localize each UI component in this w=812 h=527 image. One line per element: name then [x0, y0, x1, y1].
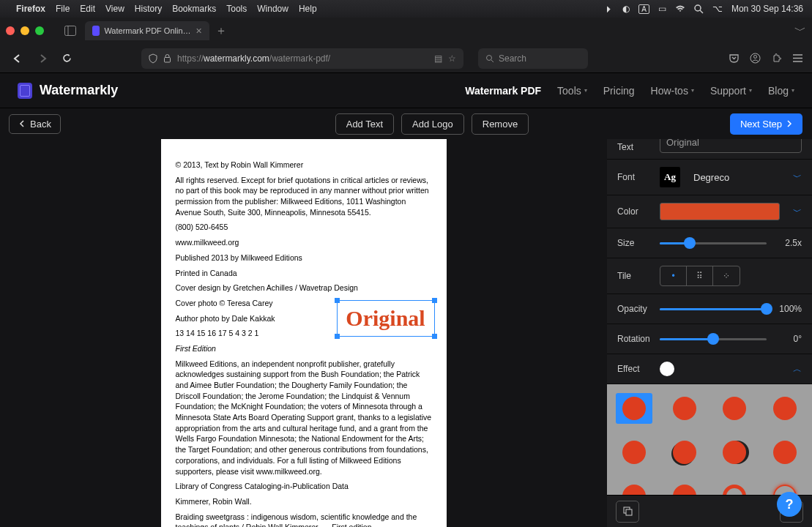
- svg-rect-4: [165, 58, 171, 63]
- chevron-down-icon: ▾: [584, 87, 587, 94]
- mac-app-name[interactable]: Firefox: [16, 4, 45, 14]
- nav-pricing[interactable]: Pricing: [603, 85, 635, 97]
- nav-back-button[interactable]: [9, 51, 26, 67]
- doc-line: Kimmerer, Robin Wall.: [176, 496, 432, 507]
- menu-edit[interactable]: Edit: [80, 4, 95, 14]
- effect-option[interactable]: [616, 437, 652, 468]
- reader-icon[interactable]: ▤: [434, 53, 442, 64]
- battery-icon[interactable]: ▭: [658, 4, 666, 14]
- size-slider[interactable]: [660, 236, 767, 250]
- tile-diagonal[interactable]: ⁘: [713, 266, 740, 285]
- screenshare-icon[interactable]: ⏵: [605, 4, 614, 14]
- shield-icon[interactable]: [149, 53, 157, 64]
- opacity-slider[interactable]: [660, 302, 767, 316]
- effect-option[interactable]: [616, 393, 652, 424]
- window-controls: [6, 26, 44, 35]
- menu-tools[interactable]: Tools: [226, 4, 247, 14]
- chevron-up-icon[interactable]: ︿: [793, 363, 802, 375]
- nav-tools[interactable]: Tools▾: [557, 85, 587, 97]
- effect-option[interactable]: [716, 393, 753, 424]
- doc-line: Printed in Canada: [176, 268, 432, 279]
- account-icon[interactable]: [750, 53, 761, 64]
- tab-title: Watermark PDF Online| Free PD: [104, 26, 191, 35]
- menu-window[interactable]: Window: [257, 4, 288, 14]
- duplicate-button[interactable]: [616, 501, 639, 523]
- canvas[interactable]: © 2013, Text by Robin Wall Kimmerer All …: [0, 139, 607, 527]
- new-tab-button[interactable]: ＋: [215, 23, 227, 39]
- back-button[interactable]: Back: [9, 114, 61, 134]
- text-input[interactable]: [660, 139, 802, 153]
- menu-help[interactable]: Help: [299, 4, 317, 14]
- tile-label: Tile: [617, 271, 652, 281]
- close-window-button[interactable]: [6, 26, 15, 35]
- tile-single[interactable]: •: [660, 266, 687, 285]
- effect-option[interactable]: [767, 437, 803, 468]
- sidebar-toggle-icon[interactable]: [64, 26, 76, 36]
- resize-handle[interactable]: [335, 298, 340, 303]
- effect-row[interactable]: Effect ︿: [607, 354, 812, 384]
- browser-tab[interactable]: Watermark PDF Online| Free PD ✕: [85, 21, 209, 40]
- maximize-window-button[interactable]: [35, 26, 44, 35]
- close-tab-icon[interactable]: ✕: [195, 26, 202, 36]
- next-step-button[interactable]: Next Step: [730, 113, 802, 135]
- remove-button[interactable]: Remove: [472, 113, 529, 135]
- address-bar[interactable]: https://watermarkly.com/watermark-pdf/ ▤…: [141, 48, 463, 69]
- add-logo-button[interactable]: Add Logo: [401, 113, 464, 135]
- tile-grid[interactable]: ⠿: [687, 266, 713, 285]
- help-button[interactable]: ?: [777, 492, 802, 517]
- resize-handle[interactable]: [432, 298, 437, 303]
- effect-option[interactable]: [666, 437, 703, 468]
- reload-button[interactable]: [59, 50, 75, 67]
- browser-search[interactable]: Search: [478, 48, 588, 69]
- font-label: Font: [617, 172, 652, 182]
- spotlight-icon[interactable]: [694, 4, 704, 14]
- chevron-down-icon[interactable]: ﹀: [793, 206, 802, 218]
- nav-howtos[interactable]: How-tos▾: [651, 85, 694, 97]
- editor-bar: Back Add Text Add Logo Remove Next Step: [0, 108, 812, 139]
- app-logo-icon[interactable]: [18, 83, 32, 99]
- clock[interactable]: Mon 30 Sep 14:36: [731, 4, 803, 14]
- menu-file[interactable]: File: [56, 4, 70, 14]
- control-center-icon[interactable]: ⌥: [712, 4, 723, 14]
- bookmark-star-icon[interactable]: ☆: [448, 53, 456, 64]
- menu-view[interactable]: View: [105, 4, 124, 14]
- chevron-down-icon: ▾: [749, 87, 752, 94]
- lock-icon[interactable]: [163, 53, 171, 63]
- color-row[interactable]: Color ﹀: [607, 195, 812, 228]
- extensions-icon[interactable]: [771, 53, 782, 64]
- color-swatch[interactable]: [660, 203, 780, 220]
- effect-option[interactable]: [716, 437, 753, 468]
- chevron-down-icon[interactable]: ﹀: [793, 171, 802, 184]
- effect-option[interactable]: [666, 393, 703, 424]
- do-not-disturb-icon[interactable]: ◐: [622, 4, 630, 14]
- effect-option[interactable]: [767, 393, 803, 424]
- font-row[interactable]: Font Ag Degreco ﹀: [607, 160, 812, 195]
- resize-handle[interactable]: [335, 334, 340, 339]
- app-title[interactable]: Watermarkly: [40, 83, 118, 98]
- menu-bookmarks[interactable]: Bookmarks: [172, 4, 216, 14]
- url: https://watermarkly.com/watermark-pdf/: [177, 53, 330, 64]
- doc-line: www.milkweed.org: [176, 237, 432, 248]
- nav-watermark-pdf[interactable]: Watermark PDF: [465, 85, 541, 97]
- hamburger-menu-icon[interactable]: [792, 53, 803, 63]
- minimize-window-button[interactable]: [21, 26, 29, 35]
- input-icon[interactable]: A: [638, 4, 649, 14]
- mac-menus: File Edit View History Bookmarks Tools W…: [56, 4, 317, 14]
- svg-point-5: [487, 55, 492, 60]
- rotation-slider[interactable]: [660, 332, 767, 346]
- properties-panel: Text Font Ag Degreco ﹀ Color ﹀ Size 2.5x…: [607, 139, 812, 527]
- add-text-button[interactable]: Add Text: [335, 113, 394, 135]
- menu-history[interactable]: History: [135, 4, 162, 14]
- nav-blog[interactable]: Blog▾: [768, 85, 794, 97]
- doc-line: Braiding sweetgrass : indigenous wisdom,…: [176, 512, 432, 527]
- pocket-icon[interactable]: [729, 53, 740, 64]
- pdf-page: © 2013, Text by Robin Wall Kimmerer All …: [161, 139, 447, 527]
- nav-forward-button[interactable]: [34, 51, 51, 67]
- watermark-selection[interactable]: Original: [337, 300, 435, 337]
- doc-line: (800) 520-6455: [176, 222, 432, 233]
- tabs-overflow-icon[interactable]: ﹀: [794, 23, 806, 39]
- resize-handle[interactable]: [432, 334, 437, 339]
- nav-support[interactable]: Support▾: [710, 85, 752, 97]
- wifi-icon[interactable]: [675, 5, 685, 12]
- watermark-text[interactable]: Original: [346, 303, 425, 334]
